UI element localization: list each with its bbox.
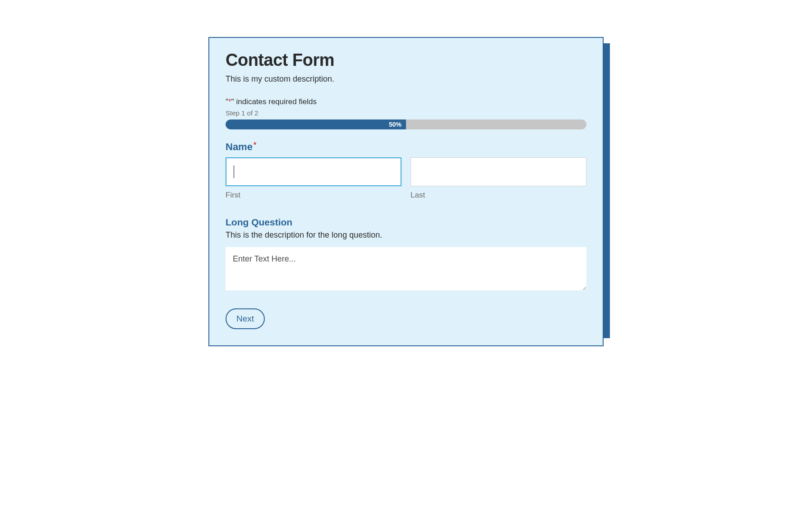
last-name-input[interactable]	[411, 157, 586, 186]
long-question-textarea[interactable]	[226, 247, 586, 290]
progress-fill: 50%	[226, 119, 406, 129]
next-button[interactable]: Next	[226, 308, 265, 329]
step-indicator: Step 1 of 2	[226, 109, 586, 117]
form-title: Contact Form	[226, 50, 586, 70]
required-note-suffix: " indicates required fields	[231, 97, 317, 106]
last-name-sublabel: Last	[411, 191, 586, 200]
long-question-label: Long Question	[226, 217, 586, 228]
name-inputs-row: First Last	[226, 157, 586, 200]
name-label: Name	[226, 141, 253, 153]
first-name-column: First	[226, 157, 401, 200]
long-question-group: Long Question This is the description fo…	[226, 217, 586, 308]
form-description: This is my custom description.	[226, 74, 586, 84]
name-field-group: Name* First Last	[226, 141, 586, 200]
asterisk-icon: *	[228, 97, 231, 106]
form-wrapper: Contact Form This is my custom descripti…	[208, 37, 604, 346]
progress-percent-text: 50%	[389, 121, 401, 128]
text-cursor-icon	[234, 165, 234, 178]
required-fields-note: "*" indicates required fields	[226, 97, 586, 106]
last-name-column: Last	[411, 157, 586, 200]
required-asterisk-icon: *	[254, 141, 256, 149]
contact-form-container: Contact Form This is my custom descripti…	[208, 37, 604, 346]
first-name-input[interactable]	[226, 157, 401, 186]
first-name-sublabel: First	[226, 191, 401, 200]
first-name-input-wrapper	[226, 157, 401, 186]
progress-bar: 50%	[226, 119, 586, 129]
long-question-description: This is the description for the long que…	[226, 230, 586, 240]
